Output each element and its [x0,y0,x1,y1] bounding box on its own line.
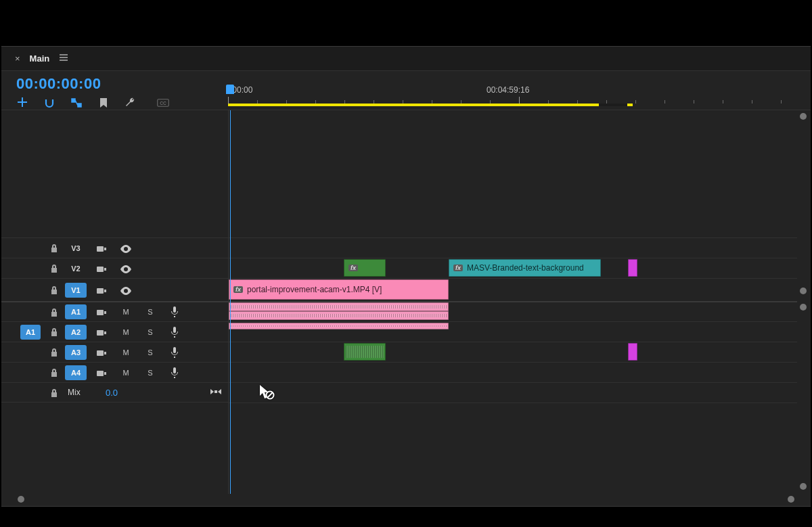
clip-audio[interactable] [229,302,449,311]
clip-audio[interactable] [229,323,449,329]
mute-button[interactable]: M [114,348,138,357]
solo-button[interactable]: S [138,308,162,316]
lock-icon[interactable] [43,263,65,274]
clip-audio[interactable] [344,343,386,361]
svg-text:CC: CC [160,101,166,106]
timeline-body: V3 V2 V1 [1,110,811,494]
sync-lock-icon[interactable] [89,327,114,337]
source-patch-a1[interactable]: A1 [20,325,41,340]
svg-rect-12 [97,350,104,356]
lock-icon[interactable] [43,347,65,358]
window-letterbox-top [0,0,812,46]
linked-selection-icon[interactable] [70,97,83,109]
track-header-a3: A3 M S [1,342,228,362]
sync-lock-icon[interactable] [89,307,114,317]
svg-rect-4 [97,267,104,272]
snap-icon[interactable] [43,97,55,109]
mute-button[interactable]: M [114,308,138,316]
track-target-a1[interactable]: A1 [65,304,87,319]
track-header-v3: V3 [1,237,228,258]
track-target-v2[interactable]: V2 [65,261,87,276]
timeline-clip-area[interactable]: fx fxMASV-Branded-text-background fxport… [228,110,811,494]
lock-icon[interactable] [43,306,65,317]
clip[interactable]: fx [344,259,386,277]
sync-lock-icon[interactable] [89,347,114,357]
solo-button[interactable]: S [138,369,162,377]
voiceover-mic-icon[interactable] [162,326,187,338]
timeline-header: 00:00:00:00 CC [1,71,811,110]
timecode-display[interactable]: 00:00:00:00 [16,71,228,93]
clip[interactable] [628,259,637,277]
svg-rect-2 [97,246,104,252]
insert-mode-icon[interactable] [16,97,28,109]
track-target-a4[interactable]: A4 [65,365,87,380]
ruler-label: 00:04:59:16 [487,85,529,95]
timeline-header-left: 00:00:00:00 CC [1,71,228,110]
drag-not-allowed-cursor-icon [258,385,275,402]
captions-icon[interactable]: CC [157,97,169,109]
mute-button[interactable]: M [114,328,138,336]
mix-gain-value[interactable]: 0.0 [106,388,118,398]
lock-icon[interactable] [43,367,65,378]
svg-rect-3 [104,248,106,250]
visibility-eye-icon[interactable] [114,263,138,273]
visibility-eye-icon[interactable] [114,243,138,253]
clip[interactable]: fxMASV-Branded-text-background [449,259,601,277]
clip-audio[interactable] [628,343,637,361]
horizontal-zoom-bar[interactable] [11,495,801,503]
svg-rect-5 [104,268,106,271]
track-header-v1: V1 [1,278,228,301]
solo-button[interactable]: S [138,348,162,357]
lock-icon[interactable] [43,285,65,296]
solo-button[interactable]: S [138,328,162,336]
clip-label: portal-improvement-acam-v1.MP4 [V] [247,285,382,294]
track-header-a4: A4 M S [1,362,228,382]
track-target-a2[interactable]: A2 [65,325,87,340]
clip-audio[interactable] [229,311,449,320]
sync-lock-icon[interactable] [89,243,114,253]
svg-rect-15 [104,372,106,375]
svg-line-17 [267,392,273,398]
track-target-v3[interactable]: V3 [65,241,87,256]
output-assign-icon[interactable] [204,388,228,398]
svg-point-16 [267,392,274,399]
svg-rect-14 [97,371,104,376]
svg-rect-6 [97,288,104,294]
playhead-handle[interactable] [226,85,234,94]
sync-lock-icon[interactable] [89,263,114,273]
lock-icon[interactable] [43,243,65,254]
visibility-eye-icon[interactable] [114,285,138,295]
wrench-icon[interactable] [125,97,137,109]
clip[interactable]: fxportal-improvement-acam-v1.MP4 [V] [229,279,449,300]
svg-rect-9 [104,311,106,314]
marker-icon[interactable] [97,97,110,109]
clip-label: MASV-Branded-text-background [467,263,584,273]
mute-button[interactable]: M [114,369,138,377]
panel-menu-icon[interactable] [59,53,68,64]
track-target-a3[interactable]: A3 [65,345,87,360]
lock-icon[interactable] [43,387,65,398]
svg-rect-10 [97,330,104,336]
sync-lock-icon[interactable] [89,367,114,377]
track-target-v1[interactable]: V1 [65,283,87,298]
voiceover-mic-icon[interactable] [162,346,187,358]
svg-rect-11 [104,331,106,334]
window-letterbox-bottom [0,507,812,527]
track-header-mix: Mix 0.0 [1,382,228,403]
work-area-bar[interactable] [228,104,600,106]
sync-lock-icon[interactable] [89,285,114,295]
voiceover-mic-icon[interactable] [162,367,187,378]
svg-rect-7 [104,290,106,292]
playhead-line[interactable] [230,110,231,494]
vertical-zoom-bar[interactable] [798,110,807,494]
voiceover-mic-icon[interactable] [162,306,187,318]
svg-rect-13 [104,352,106,354]
track-header-column: V3 V2 V1 [1,110,228,494]
timeline-tab-title[interactable]: Main [30,53,50,64]
track-header-a2: A1 A2 M S [1,321,228,342]
close-tab-icon[interactable]: × [15,53,20,64]
lock-icon[interactable] [43,327,65,338]
timeline-header-right: :00:00 00:04:59:16 [228,71,811,110]
mix-track-label[interactable]: Mix [65,388,87,397]
time-ruler[interactable]: :00:00 00:04:59:16 [228,86,797,106]
